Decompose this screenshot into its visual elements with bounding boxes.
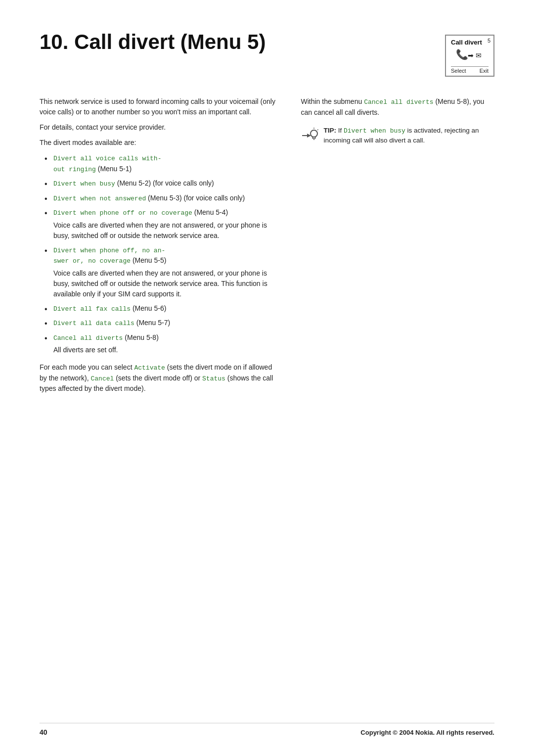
list-item-normal: (Menu 5-3) (for voice calls only) [146, 194, 245, 202]
right-column: Within the submenu Cancel all diverts (M… [301, 96, 495, 399]
widget-title: Call divert [451, 39, 482, 46]
copyright-text: Copyright © 2004 Nokia. All rights reser… [360, 729, 494, 736]
widget-exit-label[interactable]: Exit [480, 68, 489, 74]
intro-p2: For details, contact your service provid… [40, 122, 276, 133]
intro-p3: The divert modes available are: [40, 138, 276, 148]
tip-text: TIP: If Divert when busy is activated, r… [324, 126, 495, 146]
list-item-green: Divert when phone off or no coverage [53, 209, 192, 217]
list-item-normal: (Menu 5-5) [131, 256, 166, 264]
list-item-normal: (Menu 5-1) [96, 165, 132, 173]
submenu-paragraph: Within the submenu Cancel all diverts (M… [301, 96, 495, 118]
tip-box: TIP: If Divert when busy is activated, r… [301, 126, 495, 151]
tip-divert-busy: Divert when busy [344, 127, 405, 135]
list-item-green: Divert all data calls [53, 320, 134, 327]
svg-rect-6 [312, 137, 315, 139]
list-item: Divert when phone off, no an-swer or, no… [44, 245, 276, 299]
list-item-normal: (Menu 5-8) [123, 333, 158, 341]
activate-word: Activate [134, 364, 165, 372]
list-item-green: Divert when not answered [53, 195, 146, 202]
widget-buttons: Select Exit [451, 66, 489, 74]
submenu-green: Cancel all diverts [364, 98, 433, 106]
list-item-green: Divert all fax calls [53, 305, 131, 313]
list-item-normal: (Menu 5-4) [192, 208, 228, 216]
intro-p1: This network service is used to forward … [40, 96, 276, 117]
closing-paragraph: For each mode you can select Activate (s… [40, 362, 276, 394]
chapter-title: 10. Call divert (Menu 5) [40, 30, 445, 54]
list-item-normal: (Menu 5-2) (for voice calls only) [115, 179, 214, 187]
cancel-word: Cancel [91, 375, 114, 382]
svg-text:✉: ✉ [476, 51, 482, 59]
svg-point-5 [311, 130, 317, 137]
phone-widget: Call divert 5 📞 ➡ ✉ Select Exit [445, 35, 494, 77]
list-item: Divert when phone off or no coverage (Me… [44, 207, 276, 241]
list-item-extra: Voice calls are diverted when they are n… [53, 268, 276, 299]
page-number: 40 [40, 728, 47, 736]
list-item: Divert all fax calls (Menu 5-6) [44, 303, 276, 314]
footer-bar: 40 Copyright © 2004 Nokia. All rights re… [40, 723, 494, 736]
list-item-green: Cancel all diverts [53, 334, 123, 342]
widget-select-label[interactable]: Select [451, 68, 466, 74]
svg-text:📞: 📞 [456, 48, 468, 60]
list-item: Cancel all diverts (Menu 5-8) All divert… [44, 332, 276, 356]
tip-icon [301, 127, 319, 147]
widget-icon: 📞 ➡ ✉ [451, 48, 489, 64]
divert-modes-list: Divert all voice calls with-out ringing … [40, 153, 276, 355]
svg-line-9 [317, 129, 318, 130]
left-column: This network service is used to forward … [40, 96, 276, 399]
page: 10. Call divert (Menu 5) Call divert 5 📞… [0, 0, 534, 756]
list-item: Divert all voice calls with-out ringing … [44, 153, 276, 174]
tip-label: TIP: [324, 127, 337, 134]
list-item-extra: All diverts are set off. [53, 345, 276, 355]
list-item-extra: Voice calls are diverted when they are n… [53, 220, 276, 241]
list-item: Divert when busy (Menu 5-2) (for voice c… [44, 178, 276, 189]
list-item-green: Divert when busy [53, 180, 115, 188]
list-item-normal: (Menu 5-6) [131, 304, 166, 312]
list-item-normal: (Menu 5-7) [134, 319, 170, 327]
content-columns: This network service is used to forward … [40, 96, 494, 399]
list-item: Divert when not answered (Menu 5-3) (for… [44, 193, 276, 204]
list-item: Divert all data calls (Menu 5-7) [44, 318, 276, 329]
status-word: Status [202, 375, 225, 382]
header-area: 10. Call divert (Menu 5) Call divert 5 📞… [40, 30, 494, 77]
widget-number: 5 [488, 38, 490, 44]
svg-text:➡: ➡ [468, 51, 474, 59]
